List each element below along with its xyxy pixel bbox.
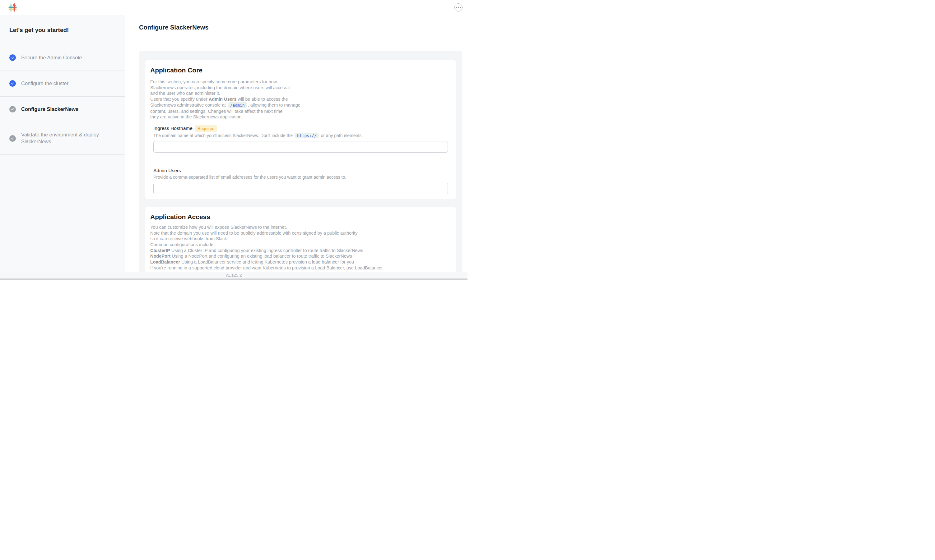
admin-users-field-group: Admin Users Provide a comma-separated li… <box>153 168 448 194</box>
ingress-hostname-label: Ingress Hostname <box>153 126 193 131</box>
step-label: Configure the cluster <box>21 80 68 87</box>
page-title: Configure SlackerNews <box>139 24 462 31</box>
check-circle-icon <box>9 106 16 112</box>
slackernews-logo-icon <box>8 3 17 12</box>
ellipsis-icon <box>456 7 457 8</box>
sidebar-step-validate-deploy[interactable]: Validate the environment & deploy Slacke… <box>0 122 125 155</box>
check-circle-icon <box>9 80 16 87</box>
application-access-description: You can customize how you will expose Sl… <box>150 225 451 271</box>
setup-steps-sidebar: Let's get you started! Secure the Admin … <box>0 15 125 280</box>
admin-users-label: Admin Users <box>153 168 181 173</box>
app-footer: v1.125.2 <box>0 272 468 280</box>
step-label: Validate the environment & deploy Slacke… <box>21 131 116 145</box>
sidebar-step-configure-cluster[interactable]: Configure the cluster <box>0 71 125 97</box>
step-label: Secure the Admin Console <box>21 54 82 61</box>
more-menu-button[interactable] <box>454 3 463 11</box>
required-badge: Required <box>195 125 217 132</box>
check-circle-icon <box>9 54 16 61</box>
title-divider <box>139 40 462 40</box>
app-window: Let's get you started! Secure the Admin … <box>0 0 468 280</box>
sidebar-step-secure-admin-console[interactable]: Secure the Admin Console <box>0 45 125 71</box>
application-core-card: Application Core For this section, you c… <box>145 60 456 199</box>
sidebar-title: Let's get you started! <box>0 15 125 45</box>
sidebar-step-configure-slackernews[interactable]: Configure SlackerNews <box>0 97 125 122</box>
ingress-hostname-input[interactable] <box>153 141 448 152</box>
config-groups-panel: Application Core For this section, you c… <box>139 51 462 280</box>
admin-users-help: Provide a comma-separated list of email … <box>153 174 448 180</box>
step-label: Configure SlackerNews <box>21 106 79 113</box>
ingress-hostname-help: The domain name at which you'll access S… <box>153 133 448 138</box>
config-main-area: Configure SlackerNews Application Core F… <box>125 15 468 280</box>
ingress-hostname-field-group: Ingress HostnameRequired The domain name… <box>153 125 448 152</box>
application-core-description: For this section, you can specify some c… <box>150 79 451 120</box>
version-label: v1.125.2 <box>0 273 468 277</box>
application-core-title: Application Core <box>150 66 451 74</box>
application-access-title: Application Access <box>150 213 451 221</box>
application-access-card: Application Access You can customize how… <box>145 207 456 276</box>
check-circle-icon <box>9 135 16 142</box>
top-header <box>0 0 468 15</box>
admin-users-input[interactable] <box>153 183 448 194</box>
